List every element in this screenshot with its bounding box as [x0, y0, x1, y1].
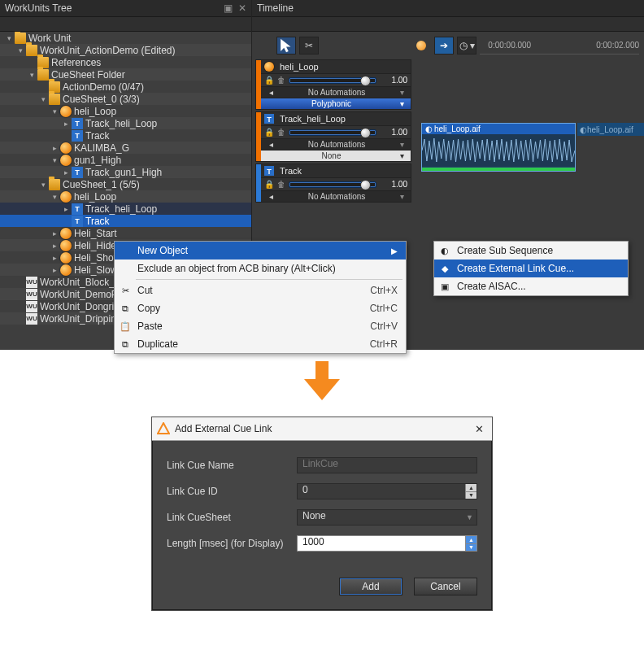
spin-up[interactable]: ▲: [465, 536, 476, 543]
menu-item[interactable]: 📋PasteCtrl+V: [115, 317, 406, 335]
tree-item[interactable]: ▾CueSheet_1 (5/5): [0, 178, 251, 190]
tree-item[interactable]: ▾gun1_High: [0, 154, 251, 166]
expand-toggle[interactable]: [16, 290, 24, 299]
menu-item[interactable]: ✂CutCtrl+X: [115, 281, 406, 299]
playback-mode-dropdown[interactable]: None ▾: [256, 150, 411, 161]
expand-toggle[interactable]: ▸: [62, 168, 70, 177]
expand-toggle[interactable]: [39, 83, 47, 91]
expand-toggle[interactable]: ▾: [50, 156, 59, 164]
expand-toggle[interactable]: ▸: [50, 254, 59, 262]
submenu-item[interactable]: ◆Create External Link Cue...: [434, 260, 628, 277]
clock-dropdown[interactable]: ◷ ▾: [457, 37, 476, 55]
volume-slider[interactable]: [289, 181, 376, 188]
tree-panel-header: WorkUnits Tree ▣ ✕: [0, 0, 251, 17]
audio-clip[interactable]: ◐ heli_Loop.aif: [421, 123, 576, 172]
expand-toggle[interactable]: ▸: [62, 120, 70, 128]
length-input[interactable]: 1000 ▲▼: [297, 535, 477, 552]
lock-icon[interactable]: 🔒: [264, 76, 274, 85]
expand-toggle[interactable]: ▾: [50, 107, 59, 116]
expand-toggle[interactable]: [16, 315, 24, 323]
lock-icon[interactable]: 🔒: [264, 180, 274, 189]
menu-item[interactable]: New Object▶: [115, 242, 406, 260]
link-cue-id-input[interactable]: 0 ▲▼: [297, 483, 477, 499]
tree-item[interactable]: ▸Heli_Start: [0, 227, 251, 239]
expand-toggle[interactable]: ▾: [16, 46, 24, 55]
expand-toggle[interactable]: ▾: [50, 193, 59, 201]
lock-icon[interactable]: 🔒: [264, 128, 274, 137]
tree-item[interactable]: ▾heli_Loop: [0, 190, 251, 203]
tree-item[interactable]: ▾CueSheet Folder: [0, 68, 251, 81]
submenu-item[interactable]: ▣Create AISAC...: [434, 277, 628, 295]
volume-slider[interactable]: [289, 77, 376, 84]
expand-toggle[interactable]: [28, 59, 36, 67]
automation-dropdown[interactable]: ◂No Automations▾: [256, 138, 411, 150]
cue-icon: [60, 252, 72, 264]
follow-button[interactable]: ➔: [434, 37, 454, 55]
submenu-item[interactable]: ◐Create Sub Sequence: [434, 242, 628, 260]
tree-item[interactable]: TTrack: [0, 129, 251, 142]
pin-icon[interactable]: ▣: [224, 2, 233, 14]
playback-mode-dropdown[interactable]: Polyphonic ▾: [256, 98, 411, 109]
timeline-ruler[interactable]: 0:00:00.000 0:00:02.000: [480, 37, 639, 55]
track-header[interactable]: TTrack🔒🗑1.00◂No Automations▾: [255, 164, 411, 203]
pointer-tool-button[interactable]: [276, 37, 296, 55]
spin-down[interactable]: ▼: [465, 543, 476, 552]
trash-icon[interactable]: 🗑: [277, 180, 285, 189]
expand-toggle[interactable]: ▾: [28, 71, 36, 79]
expand-toggle[interactable]: ▸: [50, 266, 59, 274]
link-cuesheet-select[interactable]: None ▼: [297, 509, 477, 526]
expand-toggle[interactable]: ▸: [62, 205, 70, 213]
track-name: heli_Loop: [280, 62, 319, 72]
tree-item[interactable]: ▾heli_Loop: [0, 105, 251, 117]
cue-icon: [60, 228, 72, 239]
automation-dropdown[interactable]: ◂No Automations▾: [256, 190, 411, 202]
tree-item[interactable]: ▸TTrack_heli_Loop: [0, 203, 251, 215]
expand-toggle[interactable]: ▸: [50, 242, 59, 250]
expand-toggle[interactable]: ▾: [5, 34, 13, 42]
menu-item[interactable]: Exclude an object from ACB binary (Alt+C…: [115, 260, 406, 277]
audio-clip-continuation[interactable]: ◐ heli_Loop.aif: [577, 123, 644, 136]
expand-toggle[interactable]: [62, 217, 70, 225]
cue-icon: [264, 62, 274, 72]
add-button[interactable]: Add: [339, 578, 402, 595]
timeline-region-column[interactable]: ◐ heli_Loop.aif ◐ heli_Loop.aif: [415, 58, 644, 204]
submenu-item-label: Create Sub Sequence: [457, 245, 553, 256]
scissors-tool-button[interactable]: ✂: [299, 37, 319, 55]
close-icon[interactable]: ✕: [238, 2, 246, 14]
tree-sub-header: [0, 17, 251, 32]
trash-icon[interactable]: 🗑: [277, 128, 285, 137]
tree-item[interactable]: ▸KALIMBA_G: [0, 142, 251, 154]
expand-toggle[interactable]: ▾: [39, 95, 47, 103]
menu-item[interactable]: ⧉CopyCtrl+C: [115, 299, 406, 317]
tree-item[interactable]: ▸TTrack_gun1_High: [0, 166, 251, 178]
volume-slider[interactable]: [289, 129, 376, 136]
dialog-close-button[interactable]: ✕: [471, 421, 487, 437]
spin-up[interactable]: ▲: [465, 484, 476, 491]
expand-toggle[interactable]: ▸: [50, 144, 59, 152]
trash-icon[interactable]: 🗑: [277, 76, 285, 85]
menu-item-icon: ⧉: [119, 338, 132, 351]
spin-down[interactable]: ▼: [465, 491, 476, 499]
record-icon[interactable]: [411, 37, 431, 55]
tree-item-label: gun1_High: [74, 155, 121, 166]
tree-item[interactable]: ▾CueSheet_0 (3/3): [0, 93, 251, 105]
menu-item[interactable]: ⧉DuplicateCtrl+R: [115, 335, 406, 353]
expand-toggle[interactable]: [16, 303, 24, 311]
timeline-title: Timeline: [257, 2, 294, 14]
tree-item[interactable]: ▾Work Unit: [0, 32, 251, 44]
cancel-button[interactable]: Cancel: [414, 578, 477, 595]
tree-item[interactable]: TTrack: [0, 215, 251, 227]
tree-item[interactable]: ActionDemo (0/47): [0, 81, 251, 93]
link-cue-name-input[interactable]: LinkCue: [297, 457, 477, 473]
expand-toggle[interactable]: [62, 132, 70, 140]
expand-toggle[interactable]: ▾: [39, 181, 47, 189]
expand-toggle[interactable]: [16, 278, 24, 286]
tree-item-label: WorkUnit_Block_In: [40, 277, 123, 288]
timeline-sub-header: [252, 17, 644, 32]
track-header[interactable]: TTrack_heli_Loop🔒🗑1.00◂No Automations▾No…: [255, 111, 411, 162]
tree-item[interactable]: ▸TTrack_heli_Loop: [0, 117, 251, 129]
automation-dropdown[interactable]: ◂No Automations▾: [256, 86, 411, 98]
waveform-icon: ◐: [425, 124, 433, 133]
track-header[interactable]: heli_Loop🔒🗑1.00◂No Automations▾Polyphoni…: [255, 59, 411, 110]
expand-toggle[interactable]: ▸: [50, 229, 59, 238]
